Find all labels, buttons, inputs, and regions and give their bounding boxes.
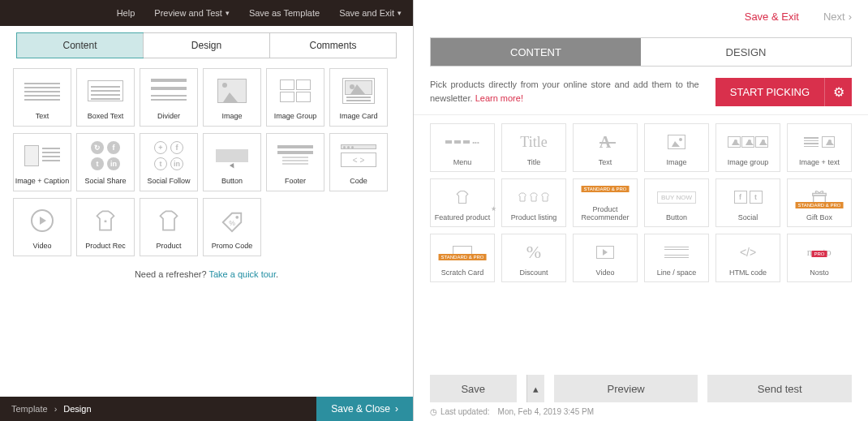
tile-label: Text: [36, 113, 49, 121]
chevron-right-icon: ›: [849, 11, 852, 23]
tile-label: Image: [221, 113, 242, 121]
tile-product-rec[interactable]: Product Rec: [76, 198, 135, 256]
rtile-nosto[interactable]: nostoPRONosto: [787, 234, 852, 282]
rtile-product-recommender[interactable]: STANDARD & PROProduct Recommender: [573, 178, 638, 227]
tile-label: Discount: [519, 269, 548, 277]
tile-label: Product Rec: [85, 243, 126, 251]
button-icon: [204, 140, 260, 171]
tile-image-card[interactable]: Image Card: [329, 68, 388, 127]
rtile-menu[interactable]: •••Menu: [430, 123, 495, 172]
product-listing-icon: [502, 184, 565, 210]
tile-divider[interactable]: Divider: [140, 68, 198, 127]
tile-label: Gift Box: [806, 214, 832, 222]
scratch-card-icon: [431, 239, 494, 265]
video-icon: [14, 205, 71, 236]
rtile-featured-product[interactable]: Featured product: [430, 178, 495, 227]
rtile-line-space[interactable]: Line / space: [644, 234, 709, 282]
tile-label: Image: [666, 159, 686, 167]
save-dropdown-button[interactable]: ▴: [526, 375, 544, 402]
save-close-button[interactable]: Save & Close›: [316, 397, 413, 421]
tile-code[interactable]: < >Code: [329, 133, 388, 191]
tile-label: Social Share: [84, 178, 126, 186]
tab-content[interactable]: Content: [17, 33, 143, 58]
svg-rect-3: [813, 193, 827, 195]
breadcrumb-template[interactable]: Template: [11, 404, 48, 414]
rtile-scratch-card[interactable]: STANDARD & PROScratch Card: [430, 234, 495, 282]
rtile-gift-box[interactable]: STANDARD & PROGift Box: [787, 178, 852, 227]
tile-social-follow[interactable]: +ftinSocial Follow: [140, 133, 198, 191]
left-block-grid: Text Boxed Text Divider Image Image Grou…: [0, 58, 413, 266]
rtile-product-listing[interactable]: Product listing: [501, 178, 566, 227]
right-topbar: Save & Exit Next›: [414, 0, 868, 32]
tile-button[interactable]: Button: [203, 133, 261, 191]
tile-label: Button: [221, 178, 243, 186]
start-picking-settings-button[interactable]: ⚙: [824, 78, 852, 106]
preview-button[interactable]: Preview: [554, 375, 698, 402]
action-buttons: Save ▴ Preview Send test: [430, 375, 852, 402]
text-icon: [14, 75, 71, 106]
last-updated-label: Last updated:: [440, 407, 490, 416]
last-updated: ◷ Last updated: Mon, Feb 4, 2019 3:45 PM: [430, 407, 852, 416]
help-link[interactable]: Help: [117, 8, 135, 18]
tile-social-share[interactable]: ↻ftinSocial Share: [76, 133, 135, 191]
start-picking-button[interactable]: START PICKING: [715, 78, 824, 106]
tile-label: Menu: [453, 159, 472, 167]
tile-image-group[interactable]: Image Group: [266, 68, 324, 127]
tab-design-right[interactable]: DESIGN: [641, 38, 851, 66]
right-block-grid: •••Menu TitleTitle AText Image Image gro…: [414, 115, 868, 290]
featured-product-icon: [431, 184, 494, 210]
tab-content-right[interactable]: CONTENT: [431, 38, 641, 66]
tile-label: Image Group: [274, 113, 317, 121]
learn-more-link[interactable]: Learn more!: [475, 93, 523, 103]
next-link[interactable]: Next›: [823, 11, 852, 23]
tab-design[interactable]: Design: [143, 33, 269, 58]
rtile-video[interactable]: Video: [573, 234, 638, 282]
rtile-title[interactable]: TitleTitle: [501, 123, 566, 172]
social-icon: ft: [716, 184, 780, 210]
tile-image-caption[interactable]: Image + Caption: [13, 133, 71, 191]
tile-video[interactable]: Video: [13, 198, 71, 256]
right-footer: Save ▴ Preview Send test ◷ Last updated:…: [414, 375, 868, 421]
rtile-html-code[interactable]: </>HTML code: [715, 234, 780, 282]
tile-boxed-text[interactable]: Boxed Text: [76, 68, 135, 127]
picker-description: Pick products directly from your online …: [430, 78, 715, 105]
product-picker-row: Pick products directly from your online …: [414, 67, 868, 115]
tile-label: Promo Code: [212, 243, 253, 251]
gear-icon: ⚙: [833, 84, 844, 100]
rtile-image-group[interactable]: Image group: [715, 123, 780, 172]
save-as-template-link[interactable]: Save as Template: [249, 8, 320, 18]
social-share-icon: ↻ftin: [77, 140, 134, 171]
tile-footer[interactable]: Footer: [266, 133, 324, 191]
left-tabs: Content Design Comments: [16, 32, 397, 58]
refresher-text: Need a refresher? Take a quick tour.: [0, 269, 413, 279]
tile-promo-code[interactable]: %Promo Code: [203, 198, 261, 256]
rtile-image-text[interactable]: Image + text: [787, 123, 852, 172]
code-icon: < >: [330, 140, 387, 171]
image-caption-icon: [14, 140, 71, 171]
plan-badge: STANDARD & PRO: [439, 254, 487, 260]
rtile-text[interactable]: AText: [573, 123, 638, 172]
caret-up-icon: ▴: [533, 383, 539, 395]
send-test-button[interactable]: Send test: [707, 375, 852, 402]
rtile-button[interactable]: BUY NOWButton: [644, 178, 709, 227]
tile-label: Title: [527, 159, 541, 167]
save-and-exit-menu[interactable]: Save and Exit▾: [339, 8, 402, 18]
tab-comments[interactable]: Comments: [269, 33, 396, 58]
tile-product[interactable]: Product: [140, 198, 198, 256]
pro-badge: PRO: [811, 251, 827, 257]
tile-text[interactable]: Text: [13, 68, 71, 127]
last-updated-value: Mon, Feb 4, 2019 3:45 PM: [498, 407, 594, 416]
quick-tour-link[interactable]: Take a quick tour: [208, 269, 276, 279]
image-icon: [645, 129, 708, 155]
image-group-icon: [267, 75, 324, 106]
preview-test-menu[interactable]: Preview and Test▾: [154, 8, 230, 18]
rtile-discount[interactable]: %Discount: [501, 234, 566, 282]
save-button[interactable]: Save: [430, 375, 517, 402]
rtile-social[interactable]: ftSocial: [715, 178, 780, 227]
right-panel: Save & Exit Next› CONTENT DESIGN Pick pr…: [414, 0, 868, 421]
breadcrumb-design: Design: [63, 404, 91, 414]
rtile-image[interactable]: Image: [644, 123, 709, 172]
tile-label: Code: [350, 178, 367, 186]
tile-image[interactable]: Image: [203, 68, 261, 127]
save-exit-link[interactable]: Save & Exit: [745, 11, 799, 23]
